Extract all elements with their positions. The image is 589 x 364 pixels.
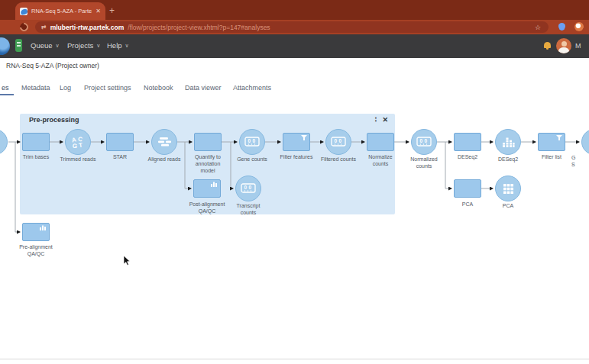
menu-queue[interactable]: Queue ∨ — [31, 41, 60, 50]
node-input-data[interactable] — [0, 129, 8, 155]
counts-matrix-icon: 00 — [244, 137, 260, 147]
node-deseq2-result[interactable] — [495, 129, 521, 155]
node-deseq2-task[interactable] — [454, 133, 481, 151]
tab-data-viewer[interactable]: Data viewer — [185, 84, 222, 92]
tab-title: RNA-Seq 5-AZA - Partek Flo — [31, 8, 92, 14]
node-filter-list[interactable] — [538, 133, 565, 151]
tab-log[interactable]: Log — [60, 84, 71, 92]
close-group-icon[interactable]: ✕ — [382, 116, 388, 124]
browser-url-row: ⇄ mluberti-rtw.partek.com /flow/projects… — [0, 20, 589, 34]
tab-analyses[interactable]: es — [2, 84, 9, 92]
node-label: PCA — [446, 201, 489, 208]
node-pca-task[interactable] — [454, 179, 481, 198]
node-label: Transcript counts — [227, 203, 270, 217]
node-pca-result[interactable] — [495, 176, 521, 201]
node-label: DESeq2 — [487, 156, 529, 163]
menu-label: Help — [107, 41, 122, 50]
node-label: DESeq2 — [446, 154, 489, 161]
browser-tab[interactable]: RNA-Seq 5-AZA - Partek Flo ✕ — [15, 2, 105, 20]
node-post-alignment-qaqc[interactable] — [193, 179, 221, 198]
funnel-icon — [301, 135, 307, 141]
node-label: Filtered counts — [317, 156, 360, 163]
tab-attachments[interactable]: Attachments — [233, 84, 271, 92]
node-filter-features[interactable] — [283, 133, 310, 151]
partek-flow-logo-icon[interactable] — [15, 39, 22, 52]
address-bar[interactable]: ⇄ mluberti-rtw.partek.com /flow/projects… — [35, 21, 549, 33]
node-label: PCA — [487, 203, 529, 210]
chevron-down-icon: ∨ — [96, 43, 100, 49]
aligned-reads-icon — [157, 137, 172, 147]
node-transcript-counts[interactable]: 00 — [235, 176, 261, 201]
node-label: Trimmed reads — [57, 156, 99, 163]
node-result-truncated[interactable] — [581, 129, 589, 155]
node-label: STAR — [99, 154, 141, 161]
node-label: Quantify to annotation model — [186, 154, 229, 175]
node-gene-counts[interactable]: 00 — [239, 129, 265, 155]
node-label: Aligned reads — [143, 156, 186, 163]
svg-text:0: 0 — [244, 185, 248, 190]
site-permissions-icon[interactable]: ⇄ — [41, 24, 47, 31]
node-label: Normalize counts — [359, 154, 402, 168]
chevron-down-icon: ∨ — [125, 43, 129, 49]
funnel-icon — [556, 135, 562, 141]
svg-text:0: 0 — [248, 138, 251, 143]
username-text: M — [575, 42, 581, 50]
node-filtered-counts[interactable]: 00 — [325, 129, 351, 155]
node-label-truncated: G S — [571, 155, 589, 169]
mouse-cursor — [122, 255, 131, 267]
tab-metadata[interactable]: Metadata — [21, 84, 50, 92]
svg-text:T: T — [78, 141, 83, 148]
tab-notebook[interactable]: Notebook — [144, 84, 173, 92]
qaqc-chart-icon — [40, 225, 47, 230]
node-label: Pre-alignment QA/QC — [15, 244, 57, 258]
grid-icon — [503, 183, 514, 195]
node-star[interactable] — [106, 133, 134, 151]
qaqc-chart-icon — [211, 182, 218, 187]
node-label: Gene counts — [231, 156, 273, 163]
app-header: Queue ∨ Projects ∨ Help ∨ M — [0, 34, 589, 58]
reload-icon[interactable] — [18, 21, 30, 33]
partek-favicon — [20, 8, 28, 15]
menu-projects[interactable]: Projects ∨ — [67, 41, 100, 50]
active-tab-underline — [0, 94, 14, 95]
app-logo-partial — [0, 37, 10, 55]
url-path: /flow/projects/project-view.xhtml?p=147#… — [128, 24, 270, 31]
node-label: Filter list — [530, 154, 573, 161]
tab-close-icon[interactable]: ✕ — [95, 8, 101, 14]
svg-text:0: 0 — [253, 138, 256, 143]
node-label: Trim bases — [15, 154, 57, 161]
url-domain: mluberti-rtw.partek.com — [50, 24, 125, 31]
user-avatar[interactable] — [556, 38, 571, 53]
node-quantify-to-annotation-model[interactable] — [194, 133, 222, 151]
counts-matrix-icon: 00 — [416, 137, 432, 147]
menu-label: Projects — [67, 41, 93, 50]
node-label: Normalized counts — [403, 156, 445, 170]
svg-text:0: 0 — [339, 138, 342, 143]
menu-help[interactable]: Help ∨ — [107, 41, 129, 50]
tab-project-settings[interactable]: Project settings — [84, 84, 131, 92]
browser-profile-icon[interactable] — [574, 22, 584, 31]
chevron-down-icon: ∨ — [56, 43, 60, 49]
browser-tab-strip: RNA-Seq 5-AZA - Partek Flo ✕ + — [0, 0, 589, 20]
node-label: Post-alignment QA/QC — [186, 201, 228, 215]
node-pre-alignment-qaqc[interactable] — [22, 223, 50, 241]
node-trimmed-reads[interactable]: A C G T — [65, 129, 91, 155]
menu-label: Queue — [31, 41, 53, 50]
svg-text:0: 0 — [425, 138, 428, 143]
svg-text:G: G — [72, 142, 77, 148]
notifications-bell-icon[interactable] — [544, 42, 551, 50]
node-aligned-reads[interactable] — [151, 129, 177, 155]
bookmark-star-icon[interactable]: ☆ — [535, 24, 541, 31]
group-title: Pre-processing — [29, 116, 79, 124]
collapse-group-icon[interactable]: ∶ — [374, 115, 377, 124]
node-normalize-counts[interactable] — [367, 133, 394, 151]
equalizer-bars-icon — [502, 137, 515, 148]
new-tab-button[interactable]: + — [109, 5, 115, 16]
counts-matrix-icon: 00 — [331, 137, 346, 147]
node-trim-bases[interactable] — [22, 133, 50, 151]
node-normalized-counts[interactable]: 00 — [411, 129, 437, 155]
node-label: Filter features — [275, 154, 318, 161]
extension-icon[interactable] — [558, 23, 565, 31]
svg-text:0: 0 — [335, 138, 338, 143]
bottom-divider — [0, 359, 589, 359]
